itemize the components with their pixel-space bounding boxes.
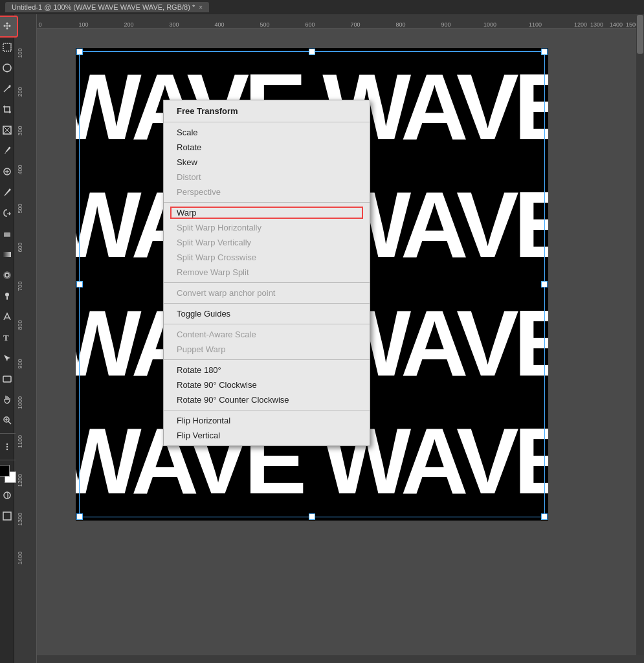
- ruler-top-marks: 0 100 200 300 400 500 600 700 800 900 10…: [37, 14, 636, 28]
- ruler-mark: 200: [124, 21, 133, 28]
- extra-tools-button[interactable]: [0, 437, 17, 456]
- ruler-mark: 700: [350, 21, 360, 28]
- ruler-mark: 1400: [610, 21, 623, 28]
- hand-tool[interactable]: [0, 390, 17, 409]
- blur-tool[interactable]: [0, 265, 17, 285]
- menu-item-rotate-90cw[interactable]: Rotate 90° Clockwise: [164, 377, 370, 392]
- svg-text:800: 800: [17, 320, 23, 330]
- ruler-mark: 1200: [574, 21, 587, 28]
- menu-section-warp: Warp Split Warp Horizontally Split Warp …: [164, 203, 370, 283]
- menu-item-content-aware-scale: Content-Aware Scale: [164, 327, 370, 342]
- context-menu: Free Transform Scale Rotate Skew Distort…: [163, 100, 370, 446]
- rectangular-marquee-tool[interactable]: [0, 38, 17, 57]
- menu-item-flip-horizontal[interactable]: Flip Horizontal: [164, 413, 370, 428]
- svg-rect-10: [3, 252, 11, 257]
- svg-line-19: [8, 421, 11, 424]
- menu-section-guides: Toggle Guides: [164, 304, 370, 324]
- menu-item-skew[interactable]: Skew: [164, 155, 370, 170]
- scrollbar-right[interactable]: [636, 14, 644, 655]
- menu-item-flip-vertical[interactable]: Flip Vertical: [164, 428, 370, 443]
- svg-text:900: 900: [17, 359, 23, 368]
- move-tool[interactable]: [0, 17, 17, 36]
- menu-item-free-transform: Free Transform: [164, 103, 370, 119]
- document-tab[interactable]: Untitled-1 @ 100% (WAVE WAVE WAVE WAVE, …: [5, 2, 209, 12]
- menu-section-header: Free Transform: [164, 100, 370, 122]
- menu-item-scale[interactable]: Scale: [164, 125, 370, 140]
- svg-text:100: 100: [17, 48, 23, 58]
- ruler-mark: 300: [169, 21, 179, 28]
- eraser-tool[interactable]: [0, 224, 17, 243]
- svg-rect-17: [3, 376, 11, 382]
- ruler-top: 0 100 200 300 400 500 600 700 800 900 10…: [37, 14, 636, 28]
- svg-text:700: 700: [17, 281, 23, 291]
- svg-point-1: [8, 85, 10, 87]
- brush-tool[interactable]: [0, 183, 17, 202]
- svg-text:300: 300: [17, 126, 23, 135]
- crop-tool[interactable]: [0, 100, 17, 119]
- menu-item-convert-warp-anchor: Convert warp anchor point: [164, 286, 370, 300]
- canvas-area: WAVE WAVE WAVE WAVE WAVE WAVE WAVE WAVE: [37, 28, 636, 655]
- menu-item-warp[interactable]: Warp: [164, 205, 370, 220]
- svg-rect-0: [3, 43, 11, 51]
- menu-item-rotate[interactable]: Rotate: [164, 140, 370, 155]
- shape-tool[interactable]: [0, 369, 17, 388]
- svg-text:600: 600: [17, 242, 23, 252]
- svg-text:1100: 1100: [17, 435, 23, 448]
- ruler-mark: 1300: [590, 21, 603, 28]
- eyedropper-tool[interactable]: [0, 141, 17, 161]
- lasso-tool[interactable]: [0, 58, 17, 78]
- menu-item-rotate-90ccw[interactable]: Rotate 90° Counter Clockwise: [164, 392, 370, 407]
- menu-item-toggle-guides[interactable]: Toggle Guides: [164, 306, 370, 321]
- menu-item-remove-warp-split: Remove Warp Split: [164, 265, 370, 280]
- frame-tool[interactable]: [0, 120, 17, 140]
- gradient-tool[interactable]: [0, 245, 17, 264]
- change-screen-mode-button[interactable]: [0, 506, 17, 526]
- zoom-tool[interactable]: [0, 410, 17, 430]
- ruler-mark: 400: [214, 21, 224, 28]
- svg-point-24: [6, 449, 7, 450]
- menu-item-perspective: Perspective: [164, 185, 370, 199]
- svg-point-23: [6, 446, 7, 447]
- scrollbar-thumb[interactable]: [637, 15, 643, 54]
- clone-stamp-tool[interactable]: [0, 203, 17, 223]
- menu-item-rotate-180[interactable]: Rotate 180°: [164, 363, 370, 377]
- pen-tool[interactable]: [0, 79, 17, 98]
- ruler-mark: 900: [441, 21, 450, 28]
- ruler-mark: 500: [260, 21, 269, 28]
- svg-rect-8: [4, 232, 10, 236]
- quick-mask-button[interactable]: [0, 486, 17, 505]
- toolbar: T: [0, 14, 14, 663]
- path-selection-tool[interactable]: [0, 348, 17, 368]
- pen-path-tool[interactable]: [0, 307, 17, 326]
- tab-close-button[interactable]: ×: [199, 4, 203, 11]
- ruler-mark: 1100: [529, 21, 542, 28]
- healing-brush-tool[interactable]: [0, 162, 17, 181]
- menu-section-rotate: Rotate 180° Rotate 90° Clockwise Rotate …: [164, 360, 370, 410]
- menu-item-split-warp-cross: Split Warp Crosswise: [164, 250, 370, 265]
- color-swatches[interactable]: [0, 465, 16, 483]
- tool-separator-2: [0, 460, 16, 460]
- svg-text:200: 200: [17, 87, 23, 96]
- ruler-mark: 800: [395, 21, 405, 28]
- svg-text:1000: 1000: [17, 396, 23, 409]
- tab-title: Untitled-1 @ 100% (WAVE WAVE WAVE WAVE, …: [12, 3, 195, 11]
- menu-item-puppet-warp: Puppet Warp: [164, 342, 370, 357]
- svg-text:T: T: [3, 333, 9, 343]
- menu-item-split-warp-h: Split Warp Horizontally: [164, 220, 370, 235]
- ruler-left: 100 200 300 400 500 600 700 800 900 1000…: [14, 14, 37, 663]
- svg-text:500: 500: [17, 203, 23, 213]
- ruler-mark: 0: [38, 21, 41, 28]
- ruler-mark: 100: [78, 21, 88, 28]
- menu-section-content-aware: Content-Aware Scale Puppet Warp: [164, 324, 370, 360]
- ruler-mark: 600: [305, 21, 315, 28]
- menu-section-transform: Scale Rotate Skew Distort Perspective: [164, 122, 370, 203]
- menu-item-split-warp-v: Split Warp Vertically: [164, 235, 370, 250]
- dodge-tool[interactable]: [0, 286, 17, 306]
- ruler-mark: 1000: [483, 21, 496, 28]
- menu-section-flip: Flip Horizontal Flip Vertical: [164, 410, 370, 445]
- foreground-color-swatch[interactable]: [0, 465, 10, 477]
- svg-text:400: 400: [17, 164, 23, 174]
- svg-rect-26: [3, 512, 11, 520]
- svg-text:1400: 1400: [17, 552, 23, 565]
- type-tool[interactable]: T: [0, 328, 17, 347]
